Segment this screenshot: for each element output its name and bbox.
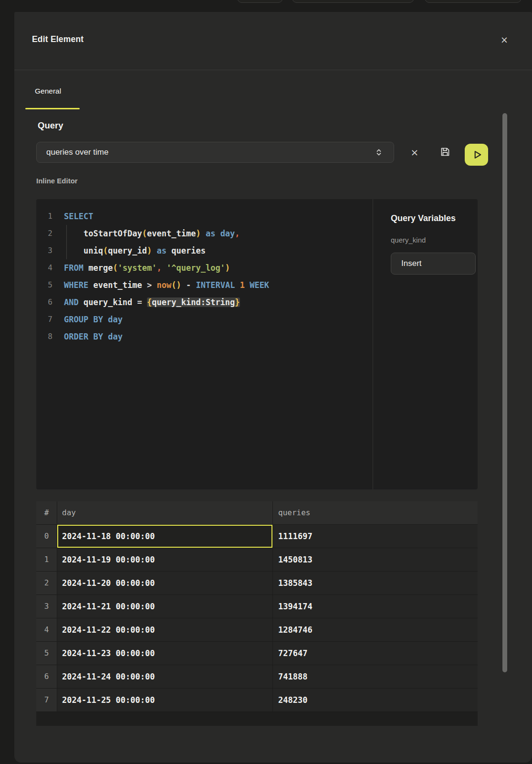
- cell-queries[interactable]: 741888: [273, 665, 478, 688]
- column-header-index[interactable]: #: [36, 501, 57, 524]
- background-toolbar-button[interactable]: [237, 0, 283, 3]
- code-line[interactable]: 5WHERE event_time > now() - INTERVAL 1 W…: [36, 276, 373, 294]
- cell-queries[interactable]: 1284746: [273, 618, 478, 641]
- results-table-footer: [36, 712, 478, 726]
- code-lines: 1SELECT2 toStartOfDay(event_time) as day…: [36, 208, 373, 345]
- edit-element-dialog: Edit Element × General Query queries ove…: [14, 12, 532, 763]
- table-row: 32024-11-21 00:00:001394174: [36, 595, 478, 618]
- table-row: 52024-11-23 00:00:00727647: [36, 642, 478, 665]
- cell-index[interactable]: 1: [36, 548, 57, 571]
- cell-queries[interactable]: 727647: [273, 642, 478, 665]
- results-table: # day queries 02024-11-18 00:00:00111169…: [36, 501, 478, 712]
- cell-queries[interactable]: 1394174: [273, 595, 478, 618]
- column-header-queries[interactable]: queries: [273, 501, 478, 524]
- background-toolbar-button[interactable]: [292, 0, 414, 3]
- select-updown-chevron-icon: [374, 147, 384, 158]
- run-query-button[interactable]: [465, 144, 488, 166]
- cell-index[interactable]: 3: [36, 595, 57, 618]
- table-row: 02024-11-18 00:00:001111697: [36, 525, 478, 548]
- play-icon: [470, 149, 483, 161]
- cell-day[interactable]: 2024-11-24 00:00:00: [57, 665, 273, 688]
- results-table-body: 02024-11-18 00:00:00111169712024-11-19 0…: [36, 525, 478, 712]
- code-area[interactable]: 1SELECT2 toStartOfDay(event_time) as day…: [36, 199, 373, 489]
- code-line[interactable]: 4FROM merge('system', '^query_log'): [36, 259, 373, 276]
- clear-query-icon[interactable]: ×: [408, 146, 421, 159]
- cell-index[interactable]: 5: [36, 642, 57, 665]
- background-toolbar-button[interactable]: [425, 0, 522, 3]
- code-line[interactable]: 3 uniq(query_id) as queries: [36, 242, 373, 259]
- query-variables-title: Query Variables: [391, 213, 476, 223]
- line-number: 5: [36, 276, 52, 294]
- save-icon[interactable]: [438, 145, 452, 159]
- cell-day[interactable]: 2024-11-18 00:00:00: [57, 525, 273, 548]
- sql-editor: 1SELECT2 toStartOfDay(event_time) as day…: [36, 199, 478, 489]
- cell-queries[interactable]: 1111697: [273, 525, 478, 548]
- cell-day[interactable]: 2024-11-23 00:00:00: [57, 642, 273, 665]
- cell-index[interactable]: 2: [36, 572, 57, 594]
- cell-queries[interactable]: 1450813: [273, 548, 478, 571]
- table-row: 42024-11-22 00:00:001284746: [36, 618, 478, 642]
- results-table-header: # day queries: [36, 501, 478, 525]
- query-variables-panel: Query Variables query_kind Insert: [373, 199, 478, 489]
- code-line[interactable]: 6AND query_kind = {query_kind:String}: [36, 294, 373, 311]
- cell-queries[interactable]: 248230: [273, 689, 478, 711]
- cell-day[interactable]: 2024-11-20 00:00:00: [57, 572, 273, 594]
- line-number: 7: [36, 311, 52, 328]
- query-select-value: queries over time: [46, 148, 108, 157]
- cell-index[interactable]: 4: [36, 618, 57, 641]
- inline-editor-label: Inline Editor: [36, 177, 78, 185]
- line-number: 4: [36, 259, 52, 276]
- cell-index[interactable]: 0: [36, 525, 57, 548]
- variable-name-label: query_kind: [391, 236, 476, 244]
- table-row: 22024-11-20 00:00:001385843: [36, 572, 478, 595]
- code-line[interactable]: 8ORDER BY day: [36, 328, 373, 345]
- code-line[interactable]: 7GROUP BY day: [36, 311, 373, 328]
- table-row: 12024-11-19 00:00:001450813: [36, 548, 478, 572]
- page: { "dialog": { "title": "Edit Element", "…: [0, 0, 532, 764]
- line-number: 6: [36, 294, 52, 311]
- vertical-scrollbar[interactable]: [502, 113, 507, 672]
- table-row: 72024-11-25 00:00:00248230: [36, 689, 478, 712]
- cell-day[interactable]: 2024-11-22 00:00:00: [57, 618, 273, 641]
- line-number: 3: [36, 242, 52, 259]
- insert-variable-button[interactable]: Insert: [391, 253, 476, 275]
- line-number: 8: [36, 328, 52, 345]
- line-number: 1: [36, 208, 52, 225]
- cell-index[interactable]: 7: [36, 689, 57, 711]
- code-line[interactable]: 2 toStartOfDay(event_time) as day,: [36, 225, 373, 242]
- cell-day[interactable]: 2024-11-19 00:00:00: [57, 548, 273, 571]
- dialog-title: Edit Element: [32, 34, 83, 44]
- cell-index[interactable]: 6: [36, 665, 57, 688]
- line-number: 2: [36, 225, 52, 242]
- code-line[interactable]: 1SELECT: [36, 208, 373, 225]
- table-row: 62024-11-24 00:00:00741888: [36, 665, 478, 689]
- header-divider: [14, 70, 532, 70]
- query-select[interactable]: queries over time: [36, 142, 394, 163]
- close-icon[interactable]: ×: [498, 33, 511, 46]
- cell-day[interactable]: 2024-11-25 00:00:00: [57, 689, 273, 711]
- cell-queries[interactable]: 1385843: [273, 572, 478, 594]
- column-header-day[interactable]: day: [57, 501, 273, 524]
- tab-general[interactable]: General: [35, 87, 61, 96]
- tab-active-underline: [25, 108, 80, 109]
- cell-day[interactable]: 2024-11-21 00:00:00: [57, 595, 273, 618]
- indent-guide: [66, 225, 67, 259]
- query-section-heading: Query: [38, 120, 63, 131]
